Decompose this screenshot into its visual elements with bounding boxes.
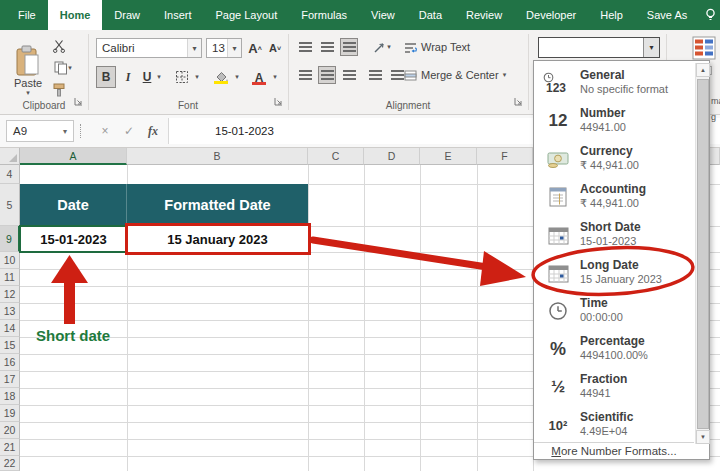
- column-header-d[interactable]: D: [364, 148, 420, 165]
- tab-developer[interactable]: Developer: [514, 0, 588, 30]
- row-header-10[interactable]: 10: [0, 252, 20, 269]
- number-format-combobox[interactable]: ▾: [538, 37, 660, 58]
- group-separator: [88, 34, 89, 110]
- enter-button[interactable]: ✓: [118, 120, 140, 142]
- underline-dropdown-arrow-icon[interactable]: ▾: [154, 66, 164, 88]
- decrease-font-size-button[interactable]: A˅: [266, 38, 284, 58]
- align-right-button[interactable]: [340, 66, 358, 84]
- clipboard-dialog-launcher[interactable]: [74, 92, 83, 110]
- format-option-short-date[interactable]: Short Date 15-01-2023: [534, 216, 694, 254]
- decrease-indent-button[interactable]: [366, 66, 384, 84]
- alignment-dialog-launcher[interactable]: [514, 92, 523, 110]
- row-header-14[interactable]: 14: [0, 320, 20, 337]
- tab-save-as[interactable]: Save As: [635, 0, 699, 30]
- paste-button[interactable]: Paste ▾: [8, 34, 48, 108]
- format-painter-button[interactable]: [50, 82, 68, 98]
- cell-a9-selected[interactable]: 15-01-2023: [20, 226, 127, 252]
- tab-tell-me[interactable]: Tell m: [699, 0, 720, 30]
- column-header-f[interactable]: F: [477, 148, 533, 165]
- format-option-number[interactable]: 12 Number 44941.00: [534, 102, 694, 140]
- tab-file[interactable]: File: [6, 0, 48, 30]
- scroll-down-icon[interactable]: ▼: [696, 430, 710, 444]
- font-size-value: 13: [207, 42, 227, 54]
- group-separator: [288, 34, 289, 110]
- row-header-15[interactable]: 15: [0, 337, 20, 354]
- scroll-up-icon[interactable]: ▲: [696, 63, 710, 77]
- cell-b5[interactable]: Formatted Date: [127, 184, 308, 226]
- cell-a5[interactable]: Date: [20, 184, 127, 226]
- underline-button[interactable]: U: [139, 66, 155, 88]
- tab-data[interactable]: Data: [407, 0, 454, 30]
- orientation-button[interactable]: ▾: [368, 38, 396, 56]
- column-header-e[interactable]: E: [420, 148, 477, 165]
- dropdown-scrollbar[interactable]: ▲ ▼: [695, 63, 709, 444]
- merge-center-button[interactable]: Merge & Center ▾: [404, 66, 516, 84]
- tab-home[interactable]: Home: [48, 0, 103, 30]
- fill-color-dropdown-arrow-icon[interactable]: ▾: [232, 66, 242, 88]
- column-header-partial[interactable]: [710, 148, 720, 165]
- borders-dropdown-arrow-icon[interactable]: ▾: [192, 66, 202, 88]
- row-header-19[interactable]: 19: [0, 405, 20, 422]
- tab-review[interactable]: Review: [454, 0, 514, 30]
- format-option-accounting[interactable]: Accounting ₹ 44,941.00: [534, 178, 694, 216]
- format-option-time[interactable]: Time 00:00:00: [534, 292, 694, 330]
- cancel-button[interactable]: ×: [94, 120, 116, 142]
- column-header-c[interactable]: C: [308, 148, 364, 165]
- italic-button[interactable]: I: [120, 66, 136, 88]
- bold-button[interactable]: B: [96, 66, 116, 88]
- tab-draw[interactable]: Draw: [102, 0, 152, 30]
- font-size-combobox[interactable]: 13 ▾: [206, 38, 242, 58]
- middle-align-button[interactable]: [318, 38, 336, 56]
- formula-bar-splitter[interactable]: [80, 124, 84, 138]
- row-header-16[interactable]: 16: [0, 354, 20, 371]
- accounting-ledger-icon: [538, 178, 578, 216]
- column-header-a[interactable]: A: [20, 148, 127, 165]
- center-button[interactable]: [318, 66, 336, 84]
- wrap-text-button[interactable]: Wrap Text: [404, 38, 484, 56]
- copy-button[interactable]: ▾: [48, 60, 78, 76]
- fill-color-button[interactable]: [210, 66, 232, 88]
- font-color-button[interactable]: A: [248, 66, 270, 88]
- format-option-value: ₹ 44,941.00: [580, 197, 639, 210]
- row-header-4[interactable]: 4: [0, 165, 20, 184]
- column-header-b[interactable]: B: [127, 148, 308, 165]
- row-header-20[interactable]: 20: [0, 422, 20, 439]
- insert-function-button[interactable]: fx: [142, 120, 164, 142]
- row-header-21[interactable]: 21: [0, 439, 20, 456]
- tab-insert[interactable]: Insert: [152, 0, 204, 30]
- row-header-18[interactable]: 18: [0, 388, 20, 405]
- format-option-long-date[interactable]: Long Date 15 January 2023: [534, 254, 694, 292]
- format-option-scientific[interactable]: 10² Scientific 4.49E+04: [534, 406, 694, 444]
- tab-formulas[interactable]: Formulas: [289, 0, 359, 30]
- tab-page-layout[interactable]: Page Layout: [203, 0, 289, 30]
- format-option-percentage[interactable]: % Percentage 4494100.00%: [534, 330, 694, 368]
- format-option-fraction[interactable]: ½ Fraction 44941: [534, 368, 694, 406]
- format-option-currency[interactable]: Currency ₹ 44,941.00: [534, 140, 694, 178]
- increase-font-size-button[interactable]: A˄: [246, 38, 264, 58]
- align-left-button[interactable]: [296, 66, 314, 84]
- borders-button[interactable]: [172, 66, 192, 88]
- bottom-align-button[interactable]: [340, 38, 358, 56]
- select-all-corner[interactable]: [0, 148, 20, 165]
- row-header-5[interactable]: 5: [0, 184, 20, 226]
- tab-view[interactable]: View: [359, 0, 407, 30]
- row-header-22[interactable]: 22: [0, 456, 20, 471]
- name-box[interactable]: A9 ▾: [6, 120, 74, 142]
- row-header-17[interactable]: 17: [0, 371, 20, 388]
- format-option-general[interactable]: 123 General No specific format: [534, 64, 694, 102]
- cut-button[interactable]: [50, 38, 68, 54]
- top-align-button[interactable]: [296, 38, 314, 56]
- font-name-combobox[interactable]: Calibri ▾: [96, 38, 202, 58]
- row-header-9[interactable]: 9: [0, 226, 20, 252]
- font-color-dropdown-arrow-icon[interactable]: ▾: [270, 66, 280, 88]
- row-header-12[interactable]: 12: [0, 286, 20, 303]
- paste-dropdown-arrow-icon: ▾: [26, 89, 30, 97]
- scrollbar-thumb[interactable]: [697, 79, 709, 429]
- row-header-13[interactable]: 13: [0, 303, 20, 320]
- number-format-arrow-icon[interactable]: ▾: [643, 38, 659, 57]
- tab-help[interactable]: Help: [588, 0, 635, 30]
- row-header-11[interactable]: 11: [0, 269, 20, 286]
- more-number-formats-item[interactable]: More Number Formats...: [534, 442, 694, 459]
- clock-icon: [538, 292, 578, 330]
- font-dialog-launcher[interactable]: [274, 92, 283, 110]
